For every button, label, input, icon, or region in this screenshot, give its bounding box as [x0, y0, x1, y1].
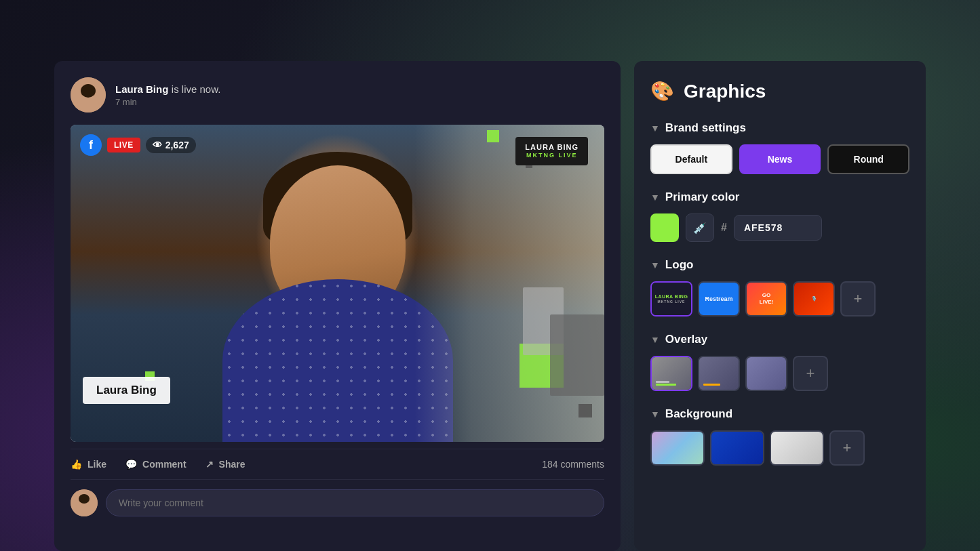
- share-label: Share: [219, 459, 246, 470]
- bg-thumb-1: [652, 432, 703, 464]
- background-header[interactable]: ▼ Background: [650, 407, 909, 421]
- color-row: 💉 #: [650, 213, 909, 242]
- commenter-avatar: [71, 489, 98, 516]
- fb-username: Laura Bing is live now.: [115, 83, 604, 96]
- facebook-icon: f: [80, 134, 102, 156]
- live-badge: LIVE: [107, 138, 140, 152]
- overlay-thumb-1: [652, 357, 691, 390]
- bg-thumb-2: [711, 432, 763, 464]
- bg-thumb-3: [771, 432, 823, 464]
- fb-post-panel: Laura Bing is live now. 7 min: [54, 61, 621, 551]
- logo-section: ▼ Logo LAURA BING MKTNG LIVE Restream: [650, 258, 909, 317]
- view-count: 👁 2,627: [146, 137, 196, 153]
- overlay-item-2[interactable]: [698, 356, 740, 391]
- panel-title: 🎨 Graphics: [650, 80, 909, 102]
- like-button[interactable]: 👍 Like: [71, 459, 106, 470]
- name-watermark: LAURA BING MKTNG LIVE: [515, 137, 588, 165]
- share-button[interactable]: ↗ Share: [205, 459, 246, 470]
- background-item-3[interactable]: [770, 430, 824, 466]
- accent-square-1: [487, 130, 499, 142]
- overlay-item-1[interactable]: [650, 356, 692, 391]
- graphics-panel: 🎨 Graphics ▼ Brand settings Default News…: [634, 61, 926, 551]
- thumbs-up-icon: 👍: [71, 459, 82, 470]
- overlay-header[interactable]: ▼ Overlay: [650, 333, 909, 346]
- logo-item-4[interactable]: 🎙️: [793, 281, 835, 317]
- fb-user-info: Laura Bing is live now. 7 min: [115, 83, 604, 107]
- comment-button[interactable]: 💬 Comment: [125, 459, 187, 470]
- add-logo-button[interactable]: +: [840, 281, 876, 317]
- comment-input[interactable]: [106, 489, 604, 516]
- gray-overlay-rect2: [550, 314, 604, 396]
- chevron-down-icon-4: ▼: [650, 334, 660, 345]
- comments-count: 184 comments: [542, 459, 604, 470]
- comment-area: [71, 489, 604, 516]
- plus-icon-overlay: +: [806, 365, 815, 382]
- background-section: ▼ Background +: [650, 407, 909, 466]
- add-background-button[interactable]: +: [829, 430, 865, 466]
- eyedropper-button[interactable]: 💉: [686, 213, 714, 242]
- chevron-down-icon-2: ▼: [650, 192, 660, 203]
- brand-buttons: Default News Round: [650, 144, 909, 174]
- palette-icon: 🎨: [650, 80, 674, 102]
- accent-square-5: [579, 404, 592, 417]
- logo-item-3[interactable]: GOLIVE!: [745, 281, 787, 317]
- brand-news-button[interactable]: News: [739, 144, 821, 174]
- overlay-item-3[interactable]: [745, 356, 787, 391]
- background-grid: +: [650, 430, 909, 466]
- overlay-thumb-3: [747, 357, 786, 390]
- logo-title: Logo: [665, 258, 694, 272]
- primary-color-header[interactable]: ▼ Primary color: [650, 190, 909, 204]
- like-label: Like: [87, 459, 106, 470]
- overlay-thumb-2: [699, 357, 739, 390]
- color-swatch[interactable]: [650, 213, 679, 242]
- svg-point-7: [79, 494, 90, 504]
- overlay-title: Overlay: [665, 333, 707, 346]
- overlay-section: ▼ Overlay: [650, 333, 909, 391]
- plus-icon: +: [854, 290, 863, 308]
- brand-settings-title: Brand settings: [665, 121, 746, 135]
- logo-item-1[interactable]: LAURA BING MKTNG LIVE: [650, 281, 692, 317]
- fb-time: 7 min: [115, 97, 604, 107]
- svg-point-3: [81, 84, 96, 98]
- live-bar: f LIVE 👁 2,627: [80, 134, 196, 156]
- actions-bar: 👍 Like 💬 Comment ↗ Share 184 comments: [71, 449, 604, 480]
- lower-third: Laura Bing: [83, 377, 170, 404]
- video-container: f LIVE 👁 2,627 LAURA BING MKTNG LIVE Lau…: [71, 125, 604, 442]
- chevron-down-icon-5: ▼: [650, 409, 660, 420]
- fb-header: Laura Bing is live now. 7 min: [71, 77, 604, 113]
- brand-round-button[interactable]: Round: [827, 144, 909, 174]
- background-title: Background: [665, 407, 732, 421]
- logo-grid: LAURA BING MKTNG LIVE Restream GOLIVE!: [650, 281, 909, 317]
- avatar: [71, 77, 106, 113]
- add-overlay-button[interactable]: +: [793, 356, 828, 391]
- logo-header[interactable]: ▼ Logo: [650, 258, 909, 272]
- background-item-2[interactable]: [710, 430, 764, 466]
- comment-label: Comment: [142, 459, 187, 470]
- brand-default-button[interactable]: Default: [650, 144, 732, 174]
- primary-color-title: Primary color: [665, 190, 740, 204]
- primary-color-section: ▼ Primary color 💉 #: [650, 190, 909, 242]
- logo-item-2[interactable]: Restream: [698, 281, 740, 317]
- panel-title-text: Graphics: [684, 81, 766, 102]
- share-icon: ↗: [205, 459, 214, 470]
- view-count-text: 2,627: [165, 140, 189, 150]
- brand-settings-header[interactable]: ▼ Brand settings: [650, 121, 909, 135]
- brand-settings-section: ▼ Brand settings Default News Round: [650, 121, 909, 174]
- background-item-1[interactable]: [650, 430, 705, 466]
- color-hex-input[interactable]: [734, 215, 822, 241]
- eyedropper-icon: 💉: [693, 222, 707, 234]
- eye-icon: 👁: [153, 140, 162, 150]
- plus-icon-bg: +: [843, 439, 852, 457]
- comment-icon: 💬: [125, 459, 137, 470]
- chevron-down-icon-3: ▼: [650, 260, 660, 270]
- overlay-grid: +: [650, 356, 909, 391]
- main-layout: Laura Bing is live now. 7 min: [0, 0, 980, 551]
- chevron-down-icon: ▼: [650, 123, 660, 134]
- hash-symbol: #: [721, 222, 727, 234]
